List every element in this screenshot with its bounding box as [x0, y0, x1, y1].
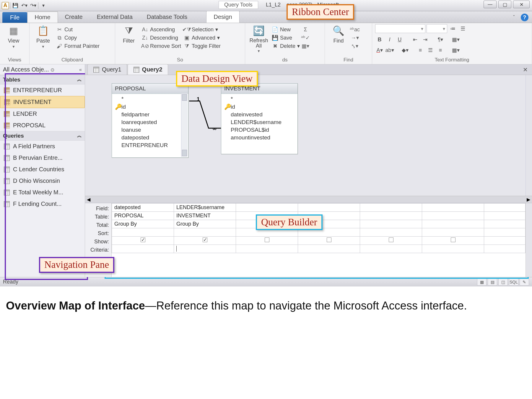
- nav-table-investment[interactable]: INVESTMENT: [0, 96, 85, 108]
- close-tab-button[interactable]: ✕: [523, 66, 528, 73]
- highlight-button[interactable]: ab▾: [385, 46, 394, 54]
- tab-database-tools[interactable]: Database Tools: [140, 11, 195, 23]
- view-pivot-button[interactable]: ▤: [488, 279, 497, 286]
- tab-create[interactable]: Create: [58, 11, 90, 23]
- copy-button[interactable]: ⧉Copy: [56, 34, 100, 42]
- doc-tab-query2[interactable]: Query2: [128, 64, 168, 75]
- field-row[interactable]: loanuse: [114, 126, 186, 134]
- nav-title[interactable]: All Access Obje... ⊙: [3, 66, 54, 73]
- field-row[interactable]: PROPOSAL$id: [223, 126, 296, 134]
- bullets-button[interactable]: ≔: [448, 25, 457, 33]
- field-row[interactable]: 🔑id: [114, 103, 186, 111]
- font-size-dropdown[interactable]: ▾: [427, 24, 447, 33]
- cell-total-col2[interactable]: Group By: [174, 220, 236, 228]
- nav-section-queries[interactable]: Queries︽: [0, 131, 85, 141]
- help-button[interactable]: ?: [521, 14, 528, 21]
- tab-external-data[interactable]: External Data: [90, 11, 140, 23]
- cell-show-col2[interactable]: [174, 237, 236, 245]
- delete-button[interactable]: ✖Delete ▾: [272, 42, 300, 50]
- table-investment[interactable]: INVESTMENT * 🔑id dateinvested LENDER$use…: [221, 83, 298, 154]
- sort-desc-button[interactable]: Z↓Descending: [142, 34, 181, 42]
- field-row[interactable]: dateposted: [114, 134, 186, 141]
- field-row[interactable]: *: [114, 95, 186, 103]
- view-button[interactable]: ▦ View ▼: [3, 24, 24, 49]
- format-painter-button[interactable]: 🖌Format Painter: [56, 42, 100, 50]
- cell-field[interactable]: [236, 203, 298, 212]
- cell-criteria-col2[interactable]: [174, 245, 236, 253]
- toggle-filter-button[interactable]: ⧩Toggle Filter: [183, 42, 221, 50]
- splitter[interactable]: ◀ ▶: [85, 196, 532, 203]
- scroll-left-icon[interactable]: ◀: [87, 197, 90, 202]
- nav-table-lender[interactable]: LENDER: [0, 108, 85, 120]
- save-record-button[interactable]: 💾Save: [272, 34, 300, 42]
- remove-sort-button[interactable]: A⊘Remove Sort: [142, 42, 181, 50]
- view-sql-button[interactable]: SQL: [509, 279, 518, 286]
- find-button[interactable]: 🔍 Find: [328, 24, 349, 44]
- nav-collapse-button[interactable]: «: [79, 67, 82, 72]
- scrollbar[interactable]: [526, 75, 532, 196]
- italic-button[interactable]: I: [385, 35, 394, 44]
- cell-table-col2[interactable]: INVESTMENT: [174, 212, 236, 220]
- qat-undo-button[interactable]: ↶▾: [20, 2, 28, 9]
- field-row[interactable]: 🔑id: [223, 103, 296, 111]
- field-row[interactable]: loanrequested: [114, 118, 186, 126]
- cell-show-col1[interactable]: [112, 237, 174, 245]
- nav-query-d[interactable]: D Ohio Wisconsin: [0, 175, 85, 187]
- minimize-button[interactable]: —: [484, 1, 497, 8]
- spelling-button[interactable]: ᵃᵇ✓: [302, 34, 309, 42]
- nav-query-a[interactable]: A Field Partners: [0, 141, 85, 152]
- refresh-all-button[interactable]: 🔄 Refresh All ▼: [248, 24, 269, 53]
- more-button[interactable]: ▦▾: [302, 42, 309, 50]
- cell-field-col1[interactable]: dateposted: [112, 203, 174, 212]
- data-design-view[interactable]: PROPOSAL * 🔑id fieldpartner loanrequeste…: [85, 75, 532, 196]
- field-row[interactable]: *: [223, 95, 296, 103]
- doc-tab-query1[interactable]: Query1: [87, 64, 127, 75]
- filter-button[interactable]: ⧩ Filter: [118, 24, 139, 44]
- qat-save-button[interactable]: 💾: [12, 2, 19, 9]
- field-row[interactable]: fieldpartner: [114, 111, 186, 118]
- view-design-button[interactable]: ✎: [520, 279, 529, 286]
- alt-row-color-button[interactable]: ▦▾: [451, 46, 460, 54]
- nav-query-e[interactable]: E Total Weekly M...: [0, 187, 85, 198]
- cell-total-col1[interactable]: Group By: [112, 220, 174, 228]
- cell-field-col2[interactable]: LENDER$username: [174, 203, 236, 212]
- nav-table-proposal[interactable]: PROPOSAL: [0, 120, 85, 131]
- field-row[interactable]: ENTREPRENEUR: [114, 141, 186, 149]
- numbering-button[interactable]: ☰: [458, 25, 467, 33]
- nav-query-f[interactable]: F Lending Count...: [0, 198, 85, 210]
- view-datasheet-button[interactable]: ▦: [477, 279, 487, 286]
- cut-button[interactable]: ✂Cut: [56, 25, 100, 34]
- qat-redo-button[interactable]: ↷▾: [29, 2, 37, 9]
- new-button[interactable]: 📄New: [272, 25, 300, 34]
- selection-button[interactable]: ✔⧩Selection ▾: [183, 25, 221, 34]
- nav-section-tables[interactable]: Tables︽: [0, 75, 85, 84]
- paste-button[interactable]: 📋 Paste ▼: [32, 24, 54, 49]
- align-right-button[interactable]: ≡: [436, 46, 445, 54]
- field-row[interactable]: dateinvested: [223, 111, 296, 118]
- scroll-right-icon[interactable]: ▶: [527, 197, 530, 202]
- tab-design[interactable]: Design: [206, 11, 239, 23]
- text-dir-button[interactable]: ¶▾: [436, 35, 445, 44]
- qat-customize-button[interactable]: ▾: [40, 2, 47, 9]
- underline-button[interactable]: U: [395, 35, 404, 44]
- gridlines-button[interactable]: ▦▾: [451, 35, 460, 44]
- fill-color-button[interactable]: ◆▾: [401, 46, 409, 54]
- select-button[interactable]: ⤣▾: [352, 42, 358, 50]
- tab-home[interactable]: Home: [27, 12, 58, 23]
- scrollbar[interactable]: [181, 94, 188, 157]
- field-row[interactable]: LENDER$username: [223, 118, 296, 126]
- table-proposal[interactable]: PROPOSAL * 🔑id fieldpartner loanrequeste…: [112, 83, 188, 158]
- sort-asc-button[interactable]: A↓Ascending: [142, 25, 181, 34]
- close-button[interactable]: ✕: [513, 1, 530, 8]
- nav-query-c[interactable]: C Lender Countries: [0, 164, 85, 175]
- collapse-ribbon-button[interactable]: ˇ: [510, 14, 518, 21]
- totals-button[interactable]: Σ: [302, 25, 309, 34]
- replace-button[interactable]: ᵃᵇac: [352, 25, 358, 34]
- indent-increase-button[interactable]: ⇥: [421, 35, 429, 44]
- bold-button[interactable]: B: [375, 35, 384, 44]
- goto-button[interactable]: →▾: [352, 34, 358, 42]
- font-color-button[interactable]: A▾: [375, 46, 384, 54]
- nav-table-entrepreneur[interactable]: ENTREPRENEUR: [0, 84, 85, 96]
- font-dropdown[interactable]: ▾: [375, 24, 425, 33]
- advanced-button[interactable]: ▣Advanced ▾: [183, 34, 221, 42]
